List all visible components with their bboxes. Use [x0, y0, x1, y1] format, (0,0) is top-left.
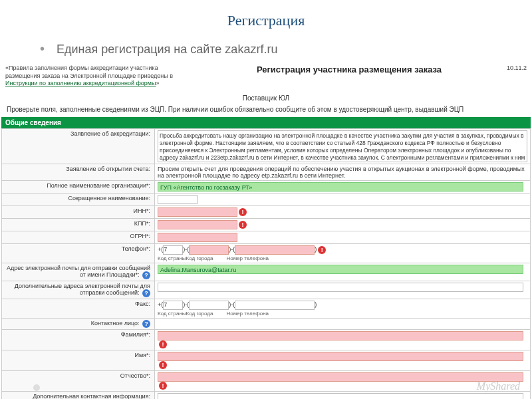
- label-middlename: Отчество*:: [2, 371, 155, 392]
- error-icon: !: [318, 246, 326, 254]
- phone-hint-number: Номер телефона: [226, 255, 269, 261]
- account-text: Просим открыть счет для проведения опера…: [155, 164, 531, 181]
- slide-subtitle: Единая регистрация на сайте zakazrf.ru: [0, 36, 532, 62]
- row-kpp: КПП*: !: [2, 219, 531, 231]
- label-ogrn: ОГРН*:: [2, 231, 155, 244]
- label-orgname: Полное наименование организации*:: [2, 181, 155, 194]
- fax-hint-city: Код города: [186, 311, 213, 317]
- label-email: Адрес электронной почты для отправки соо…: [2, 263, 155, 281]
- label-kpp: КПП*:: [2, 219, 155, 231]
- orgname-input[interactable]: ГУП «Агентство по госзаказу РТ»: [158, 182, 523, 192]
- label-phone: Телефон*:: [2, 244, 155, 263]
- rules-pre: «Правила заполнения формы аккредитации у…: [5, 65, 173, 79]
- help-icon[interactable]: ?: [142, 271, 150, 279]
- watermark: MyShared: [477, 380, 520, 392]
- row-ogrn: ОГРН*:: [2, 231, 531, 244]
- row-orgname: Полное наименование организации*: ГУП «А…: [2, 181, 531, 194]
- fax-country-input[interactable]: 7: [163, 301, 183, 310]
- row-inn: ИНН*: !: [2, 206, 531, 219]
- help-icon[interactable]: ?: [142, 320, 150, 328]
- label-lastname: Фамилия*:: [2, 330, 155, 350]
- inn-input[interactable]: [158, 207, 237, 217]
- row-accred: Заявление об аккредитации: Просьба аккре…: [2, 129, 531, 164]
- row-shortname: Сокращенное наименование:: [2, 194, 531, 206]
- phone-hint-country: Код страны: [158, 255, 186, 261]
- middlename-input[interactable]: [158, 372, 523, 382]
- row-firstname: Имя*: !: [2, 350, 531, 371]
- kpp-input[interactable]: [158, 220, 237, 229]
- date: 10.11.2: [507, 65, 527, 71]
- row-lastname: Фамилия*: !: [2, 330, 531, 350]
- email2-input[interactable]: [158, 283, 523, 292]
- error-icon: !: [239, 208, 247, 216]
- form-page-title: Регистрация участника размещения заказа: [192, 65, 507, 74]
- row-email: Адрес электронной почты для отправки соо…: [2, 263, 531, 281]
- fax-city-input[interactable]: [189, 301, 229, 310]
- label-inn: ИНН*:: [2, 206, 155, 219]
- rules-post: »: [156, 80, 160, 86]
- phone-hint-city: Код города: [186, 255, 213, 261]
- label-fax: Факс:: [2, 299, 155, 319]
- label-addinfo: Дополнительная контактная информация:: [2, 392, 155, 399]
- label-contact: Контактное лицо: ?: [2, 319, 155, 330]
- warning-text: Проверьте поля, заполненные сведениями и…: [1, 103, 531, 117]
- fax-hint-number: Номер телефона: [226, 311, 269, 317]
- firstname-input[interactable]: [158, 352, 523, 361]
- error-icon: !: [159, 361, 167, 369]
- email-input[interactable]: Adelina.Mansurova@tatar.ru: [158, 265, 523, 274]
- provider-label: Поставщик ЮЛ: [1, 90, 531, 103]
- row-middlename: Отчество*: !: [2, 371, 531, 392]
- label-accred: Заявление об аккредитации:: [2, 129, 155, 164]
- slide-indicator: [33, 384, 40, 391]
- rules-text: «Правила заполнения формы аккредитации у…: [5, 65, 192, 88]
- row-email2: Дополнительные адреса электронной почты …: [2, 281, 531, 299]
- label-account: Заявление об открытии счета:: [2, 164, 155, 181]
- label-firstname: Имя*:: [2, 350, 155, 371]
- label-email2: Дополнительные адреса электронной почты …: [2, 281, 155, 299]
- form-table: Заявление об аккредитации: Просьба аккре…: [1, 128, 531, 399]
- rules-link[interactable]: Инструкции по заполнению аккредитационно…: [5, 80, 156, 86]
- error-icon: !: [159, 382, 167, 390]
- row-contact: Контактное лицо: ?: [2, 319, 531, 330]
- shortname-input[interactable]: [158, 195, 198, 204]
- fax-hint-country: Код страны: [158, 311, 186, 317]
- phone-number-input[interactable]: [235, 245, 315, 255]
- lastname-input[interactable]: [158, 331, 523, 340]
- form-area: «Правила заполнения формы аккредитации у…: [0, 62, 532, 399]
- ogrn-input[interactable]: [158, 233, 237, 242]
- top-row: «Правила заполнения формы аккредитации у…: [1, 62, 531, 90]
- error-icon: !: [159, 340, 167, 348]
- error-icon: !: [239, 221, 247, 229]
- slide-title: Регистрация: [0, 0, 532, 36]
- row-addinfo: Дополнительная контактная информация:: [2, 392, 531, 399]
- row-fax: Факс: +(7)-()-() Код страныКод города Но…: [2, 299, 531, 319]
- section-header: Общие сведения: [1, 117, 531, 128]
- accred-textarea[interactable]: Просьба аккредитовать нашу организацию н…: [158, 130, 527, 162]
- help-icon[interactable]: ?: [142, 289, 150, 297]
- row-account: Заявление об открытии счета: Просим откр…: [2, 164, 531, 181]
- phone-city-input[interactable]: [189, 245, 229, 255]
- label-shortname: Сокращенное наименование:: [2, 194, 155, 206]
- fax-number-input[interactable]: [235, 301, 315, 310]
- row-phone: Телефон*: +(7)-()-()! Код страныКод горо…: [2, 244, 531, 263]
- addinfo-input[interactable]: [158, 393, 523, 399]
- phone-country-input[interactable]: 7: [163, 245, 183, 255]
